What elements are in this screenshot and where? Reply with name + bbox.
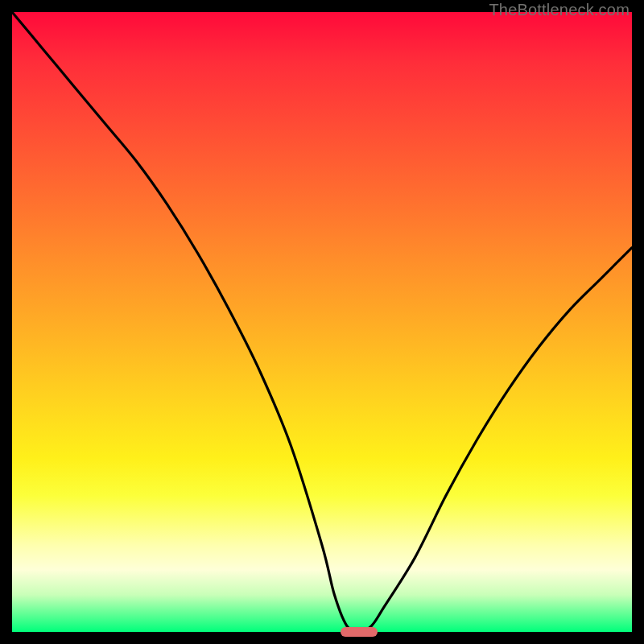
watermark-text: TheBottleneck.com (489, 1, 630, 19)
optimal-marker (341, 627, 378, 637)
plot-area (12, 12, 632, 632)
chart-frame: TheBottleneck.com (0, 0, 644, 644)
